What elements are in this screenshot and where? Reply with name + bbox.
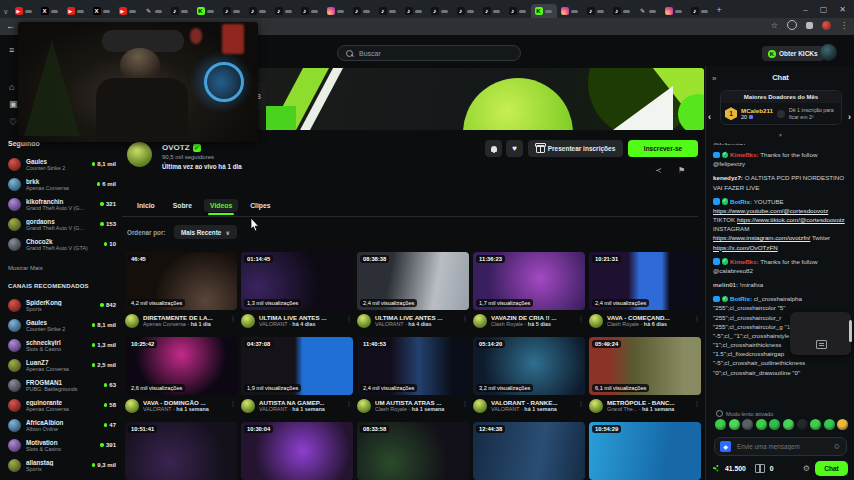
video-card[interactable]: 05:49:246,1 mil visualizaçõesMETRÓPOLE -… — [589, 337, 701, 413]
chat-username[interactable]: melin01: — [713, 281, 740, 288]
browser-tab[interactable]: ♪ — [349, 4, 375, 18]
video-thumbnail[interactable]: 10:51:41 — [125, 422, 237, 480]
browser-tab[interactable]: ♪ — [687, 4, 713, 18]
browser-tab[interactable]: ♪ — [401, 4, 427, 18]
video-card-partial[interactable]: 10:51:41 — [125, 422, 237, 480]
chat-username[interactable]: BotRix: — [730, 198, 754, 205]
tab-videos[interactable]: Videos — [204, 199, 238, 212]
video-thumbnail[interactable]: 08:38:382,4 mil visualizações — [357, 252, 469, 310]
chat-username[interactable]: KimeBks: — [730, 151, 760, 158]
home-icon[interactable]: ⌂ — [9, 82, 14, 92]
chat-input-bar[interactable]: ◆ ☺ — [714, 437, 847, 456]
following-channel-item[interactable]: brkkApenas Conversa6 mil — [0, 174, 122, 194]
browser-tab[interactable]: X — [37, 4, 63, 18]
identity-badge-icon[interactable]: ◆ — [720, 441, 731, 452]
hamburger-menu-icon[interactable]: ≡ — [9, 45, 14, 55]
video-card[interactable]: 10:21:312,4 mil visualizaçõesVAVA - COME… — [589, 252, 701, 328]
browser-tab[interactable]: ♪ — [297, 4, 323, 18]
following-channel-item[interactable]: kikofranchinGrand Theft Auto V (G...321 — [0, 194, 122, 214]
following-channel-item[interactable]: Choco2kGrand Theft Auto V (GTA)10 — [0, 234, 122, 254]
browser-profile-avatar[interactable] — [822, 21, 831, 30]
video-options-icon[interactable]: ⋮ — [230, 315, 236, 322]
video-thumbnail[interactable]: 10:54:29 — [589, 422, 701, 480]
sort-dropdown[interactable]: Mais Recente ∨ — [174, 225, 237, 239]
video-thumbnail[interactable]: 10:30:04 — [241, 422, 353, 480]
browser-tab[interactable]: ♪ — [505, 4, 531, 18]
following-channel-item[interactable]: gordaonsGrand Theft Auto V (G...153 — [0, 214, 122, 234]
quick-emote-icon[interactable] — [729, 419, 740, 430]
video-card[interactable]: 11:36:231,7 mil visualizaçõesVAVAZIN DE … — [473, 252, 585, 328]
report-flag-icon[interactable]: ⚑ — [678, 166, 685, 175]
extension-icon[interactable] — [787, 20, 797, 30]
back-icon[interactable]: ← — [6, 21, 15, 31]
browser-tab[interactable]: ♪ — [609, 4, 635, 18]
search-bar[interactable] — [337, 45, 521, 61]
recommended-channel-item[interactable]: GaulesCounter-Strike 28,1 mil — [0, 315, 122, 335]
quick-emote-icon[interactable] — [756, 419, 767, 430]
video-options-icon[interactable]: ⋮ — [346, 400, 352, 407]
carousel-prev-icon[interactable]: ‹ — [708, 112, 711, 122]
video-thumbnail[interactable]: 01:14:451,3 mil visualizações — [241, 252, 353, 310]
chat-message-input[interactable] — [735, 442, 827, 451]
video-card[interactable]: 11:40:532,4 mil visualizaçõesUM AUTISTA … — [357, 337, 469, 413]
video-card[interactable]: 10:25:422,6 mil visualizaçõesVAVA - DOMI… — [125, 337, 237, 413]
subscribe-button[interactable]: Inscrever-se — [628, 140, 698, 157]
video-card[interactable]: 08:38:382,4 mil visualizaçõesULTIMA LIVE… — [357, 252, 469, 328]
video-thumbnail[interactable]: 05:14:203,2 mil visualizações — [473, 337, 585, 395]
chat-username[interactable]: kenedyz7: — [713, 174, 745, 181]
recommended-channel-item[interactable]: MotivationSlots & Casino391 — [0, 435, 122, 455]
chat-link[interactable]: https://www.youtube.com/@cortesdoovotz — [713, 207, 828, 214]
chat-username[interactable]: BotRix: — [730, 295, 754, 302]
browser-tab[interactable]: ♪ — [427, 4, 453, 18]
recommended-channel-item[interactable]: FROGMAN1PUBG: Battlegrounds63 — [0, 375, 122, 395]
video-card-partial[interactable]: 08:33:58 — [357, 422, 469, 480]
video-thumbnail[interactable]: 11:36:231,7 mil visualizações — [473, 252, 585, 310]
chat-link[interactable]: https://x.com/OvOTzFN — [713, 244, 778, 251]
video-card[interactable]: 05:14:203,2 mil visualizaçõesVALORANT - … — [473, 337, 585, 413]
chat-settings-gear-icon[interactable]: ⚙ — [803, 464, 810, 473]
search-input[interactable] — [357, 49, 481, 58]
emoji-picker-icon[interactable]: ☺ — [833, 442, 841, 451]
recommended-channel-item[interactable]: AfricaAlbionAlbion Online47 — [0, 415, 122, 435]
recommended-channel-item[interactable]: eguinoranteApenas Conversa58 — [0, 395, 122, 415]
browse-icon[interactable]: ▣ — [9, 99, 18, 109]
video-card[interactable]: 01:14:451,3 mil visualizaçõesULTIMA LIVE… — [241, 252, 353, 328]
video-options-icon[interactable]: ⋮ — [578, 400, 584, 407]
tab-sobre[interactable]: Sobre — [167, 199, 198, 212]
browser-menu-icon[interactable]: ⋮ — [840, 21, 848, 30]
video-thumbnail[interactable]: 10:25:422,6 mil visualizações — [125, 337, 237, 395]
video-card-partial[interactable]: 10:54:29 — [589, 422, 701, 480]
quick-emote-icon[interactable] — [810, 419, 821, 430]
quick-emote-icon[interactable] — [715, 419, 726, 430]
gift-subscriptions-button[interactable]: Presentear inscrições — [528, 140, 623, 157]
gift-box-icon[interactable] — [755, 464, 765, 473]
browser-tab[interactable]: ▶ — [11, 4, 37, 18]
notifications-bell-button[interactable] — [485, 140, 502, 157]
donors-collapse-handle[interactable]: ▼ — [706, 132, 854, 138]
video-thumbnail[interactable]: 46:454,2 mil visualizações — [125, 252, 237, 310]
quick-emote-icon[interactable] — [837, 419, 848, 430]
video-card-partial[interactable]: 12:44:38 — [473, 422, 585, 480]
quick-emote-icon[interactable] — [824, 419, 835, 430]
chat-username[interactable]: KimeBks: — [730, 258, 760, 265]
video-options-icon[interactable]: ⋮ — [346, 315, 352, 322]
browser-tab[interactable]: X — [89, 4, 115, 18]
browser-tab[interactable]: ♪ — [479, 4, 505, 18]
recommended-channel-item[interactable]: allanstagSports9,3 mil — [0, 455, 122, 475]
recommended-channel-item[interactable]: schneckyirlSlots & Casino1,3 mil — [0, 335, 122, 355]
recommended-channel-item[interactable]: SpiderKongSports842 — [0, 295, 122, 315]
maximize-button[interactable]: ▢ — [820, 5, 828, 14]
browser-tab[interactable]: ♪ — [167, 4, 193, 18]
browser-tab[interactable]: ▶ — [115, 4, 141, 18]
recommended-channel-item[interactable]: LuanZ7Apenas Conversa2,5 mil — [0, 355, 122, 375]
video-options-icon[interactable]: ⋮ — [462, 400, 468, 407]
browser-tab[interactable]: ♪ — [271, 4, 297, 18]
video-options-icon[interactable]: ⋮ — [694, 315, 700, 322]
bookmark-star-icon[interactable]: ☆ — [771, 21, 778, 30]
send-chat-button[interactable]: Chat — [815, 461, 848, 476]
video-card[interactable]: 04:37:081,9 mil visualizaçõesAUTISTA NA … — [241, 337, 353, 413]
browser-tab[interactable]: ♪ — [583, 4, 609, 18]
browser-tab[interactable]: ▶ — [63, 4, 89, 18]
user-avatar[interactable] — [820, 44, 837, 61]
quick-emote-icon[interactable] — [769, 419, 780, 430]
